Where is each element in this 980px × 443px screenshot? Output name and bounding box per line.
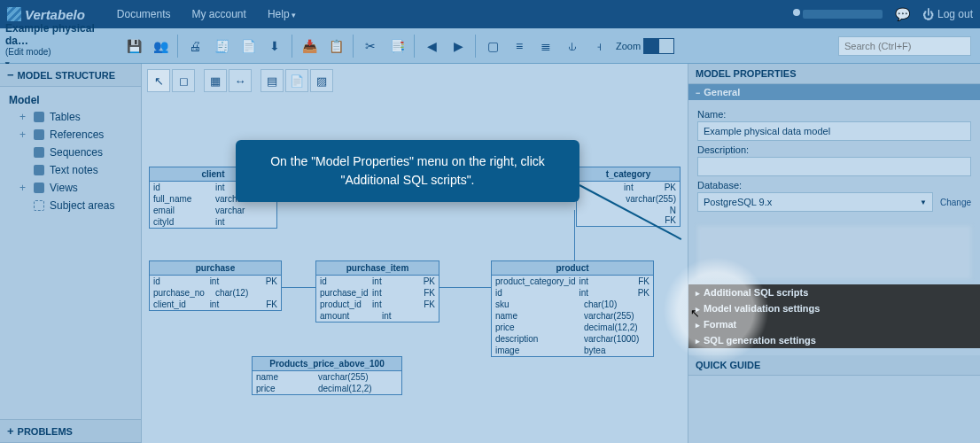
nav-documents[interactable]: Documents — [117, 8, 171, 20]
import-icon[interactable]: 📥 — [299, 36, 319, 56]
cursor-icon: ↖ — [690, 307, 700, 320]
print-icon[interactable]: 🖨 — [185, 36, 205, 56]
tree-subject-areas[interactable]: Subject areas — [0, 197, 141, 214]
cut-icon[interactable]: ✂ — [361, 36, 380, 56]
area-tool-icon[interactable]: ▨ — [310, 69, 333, 92]
pointer-tool-icon[interactable]: ↖ — [147, 69, 170, 92]
redo-icon[interactable]: ▶ — [448, 36, 468, 56]
subjectareas-icon — [34, 200, 44, 211]
chat-icon[interactable] — [895, 7, 910, 21]
entity-title: t_category — [577, 167, 680, 182]
export-icon[interactable]: ⬇ — [265, 36, 284, 56]
quick-guide-title: QUICK GUIDE — [696, 360, 760, 370]
additional-sql-scripts-header[interactable]: Additional SQL scripts — [688, 284, 980, 300]
table-tool-icon[interactable]: ▦ — [204, 69, 227, 92]
general-section-header[interactable]: General — [688, 84, 980, 100]
sql-generation-label: SQL generation settings — [704, 335, 816, 346]
tree-references[interactable]: +References — [0, 126, 141, 144]
entity-products-price[interactable]: Products_price_above_100 namevarchar(255… — [252, 356, 402, 395]
separator — [353, 35, 354, 58]
entity-category[interactable]: t_category intPK varchar(255) N FK — [576, 167, 681, 227]
model-validation-header[interactable]: Model validation settings — [688, 300, 980, 316]
top-nav: Vertabelo Documents My account Help Log … — [0, 0, 980, 28]
align-2-icon[interactable]: ≡ — [509, 36, 529, 56]
tree-tables[interactable]: +Tables — [0, 108, 141, 126]
align-3-icon[interactable]: ≣ — [536, 36, 556, 56]
format-label: Format — [704, 319, 736, 330]
reference-tool-icon[interactable]: ↔ — [229, 69, 252, 92]
entity-product[interactable]: product product_category_idintFK idintPK… — [491, 260, 654, 357]
main-toolbar: Example physical da… (Edit mode) 💾 👥 🖨 🧾… — [0, 28, 980, 64]
zoom-btn-1[interactable] — [643, 38, 659, 54]
zoom-btn-2[interactable] — [658, 38, 674, 54]
model-tree: Model +Tables +References Sequences Text… — [0, 87, 141, 419]
connector — [282, 287, 315, 288]
doc-title-text: Example physical da… — [5, 22, 95, 47]
problems-header[interactable]: PROBLEMS — [0, 419, 141, 443]
canvas-toolbar: ↖ ◻ ▦ ↔ ▤ 📄 ▨ — [147, 69, 333, 92]
quick-guide-header[interactable]: QUICK GUIDE — [688, 355, 980, 376]
entity-purchase-item[interactable]: purchase_item idintPK purchase_idintFK p… — [315, 260, 439, 323]
separator — [292, 35, 292, 58]
view-tool-icon[interactable]: ▤ — [261, 69, 284, 92]
problems-title: PROBLEMS — [18, 426, 73, 437]
callout-text: On the "Model Properties" menu on the ri… — [270, 154, 545, 187]
left-panel: MODEL STRUCTURE Model +Tables +Reference… — [0, 64, 142, 443]
power-icon — [922, 8, 934, 21]
share-icon[interactable]: 👥 — [151, 36, 170, 56]
model-description-input[interactable] — [697, 157, 971, 176]
textnotes-icon — [34, 165, 44, 175]
separator — [414, 35, 415, 58]
brand-logo[interactable]: Vertabelo — [7, 7, 85, 22]
model-validation-label: Model validation settings — [704, 303, 820, 314]
brand-text: Vertabelo — [25, 7, 85, 22]
align-1-icon[interactable]: ▢ — [483, 36, 502, 56]
entity-title: purchase — [150, 261, 281, 276]
tree-root[interactable]: Model — [0, 92, 141, 108]
clipboard-icon[interactable]: 📋 — [326, 36, 346, 56]
sql-generation-header[interactable]: SQL generation settings — [688, 332, 980, 348]
tutorial-callout: On the "Model Properties" menu on the ri… — [236, 140, 579, 202]
undo-icon[interactable]: ◀ — [422, 36, 441, 56]
twisty-icon — [696, 287, 700, 298]
database-select[interactable]: PostgreSQL 9.x — [697, 192, 933, 212]
export-xml-icon[interactable]: 📄 — [238, 36, 258, 56]
additional-sql-scripts-label: Additional SQL scripts — [704, 287, 808, 298]
export-sql-icon[interactable]: 🧾 — [212, 36, 231, 56]
zoom-toggle[interactable] — [644, 38, 674, 54]
copy-icon[interactable]: 📑 — [387, 36, 407, 56]
separator — [475, 35, 476, 58]
logout-button[interactable]: Log out — [922, 8, 973, 21]
general-body: Name: Description: Database: PostgreSQL … — [688, 100, 980, 221]
twisty-icon — [696, 87, 700, 97]
twisty-icon — [696, 335, 700, 346]
model-structure-header[interactable]: MODEL STRUCTURE — [0, 64, 141, 87]
save-icon[interactable]: 💾 — [124, 36, 144, 56]
tree-views[interactable]: +Views — [0, 179, 141, 197]
diagram-canvas[interactable]: ↖ ◻ ▦ ↔ ▤ 📄 ▨ client idint full_namevarc… — [142, 64, 688, 443]
entity-title: Products_price_above_100 — [253, 357, 401, 371]
general-label: General — [704, 87, 740, 97]
nav-help[interactable]: Help — [268, 8, 296, 20]
model-name-input[interactable] — [697, 121, 971, 141]
model-properties-header[interactable]: MODEL PROPERTIES — [688, 64, 980, 84]
document-title-dropdown[interactable]: Example physical da… (Edit mode) — [5, 22, 121, 69]
model-structure-title: MODEL STRUCTURE — [18, 70, 115, 81]
sequences-icon — [34, 147, 44, 158]
views-icon — [34, 183, 44, 193]
format-header[interactable]: Format — [688, 316, 980, 332]
change-db-link[interactable]: Change — [940, 198, 971, 207]
note-tool-icon[interactable]: 📄 — [285, 69, 308, 92]
select-tool-icon[interactable]: ◻ — [172, 69, 195, 92]
twisty-icon — [696, 319, 700, 330]
tree-text-notes[interactable]: Text notes — [0, 161, 141, 179]
nav-my-account[interactable]: My account — [192, 8, 246, 20]
entity-purchase[interactable]: purchase idintPK purchase_nochar(12) cli… — [149, 260, 282, 311]
align-4-icon[interactable]: ⫝ — [563, 36, 582, 56]
tree-sequences[interactable]: Sequences — [0, 144, 141, 161]
name-label: Name: — [697, 109, 971, 120]
model-properties-title: MODEL PROPERTIES — [696, 68, 796, 79]
username-placeholder — [803, 10, 883, 19]
search-input[interactable] — [838, 36, 971, 56]
align-5-icon[interactable]: ⫞ — [589, 36, 609, 56]
